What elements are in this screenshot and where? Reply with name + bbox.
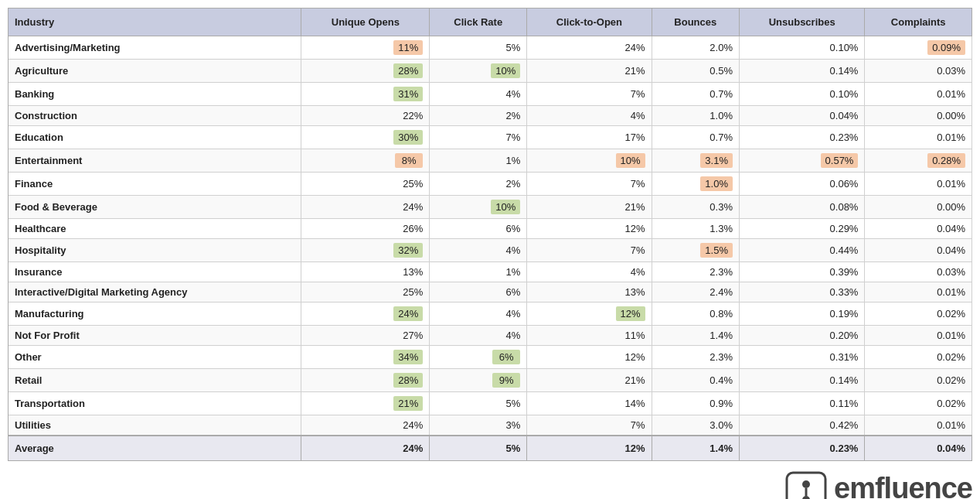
cell-value: 0.01% [865,415,972,436]
emfluence-logo-icon [783,469,829,499]
cell-value: 0.08% [739,196,864,219]
cell-value: 3.1% [652,149,739,173]
average-complaints: 0.04% [865,436,972,461]
footer-area: average email metrics by industry, 1/1/2… [8,469,972,499]
cell-value: 0.14% [739,60,864,83]
logo: emfluence MARKETING PLATFORM [783,469,972,499]
cell-industry: Construction [9,106,301,126]
table-row: Banking31%4%7%0.7%0.10%0.01% [9,83,972,106]
cell-value: 0.00% [865,106,972,126]
cell-value: 28% [301,369,430,392]
table-row: Utilities24%3%7%3.0%0.42%0.01% [9,415,972,436]
cell-value: 25% [301,282,430,302]
average-bounces: 1.4% [652,436,739,461]
average-unique-opens: 24% [301,436,430,461]
cell-industry: Insurance [9,262,301,282]
cell-industry: Finance [9,173,301,196]
cell-value: 1.0% [652,173,739,196]
cell-value: 4% [430,239,527,262]
cell-value: 10% [430,196,527,219]
table-header-row: Industry Unique Opens Click Rate Click-t… [9,9,972,36]
table-row: Transportation21%5%14%0.9%0.11%0.02% [9,392,972,415]
table-row: Entertainment8%1%10%3.1%0.57%0.28% [9,149,972,173]
cell-value: 0.01% [865,326,972,346]
cell-value: 12% [527,219,652,239]
table-row: Advertising/Marketing11%5%24%2.0%0.10%0.… [9,36,972,60]
cell-industry: Advertising/Marketing [9,36,301,60]
cell-value: 0.7% [652,126,739,149]
cell-value: 0.01% [865,173,972,196]
cell-value: 21% [527,369,652,392]
cell-value: 2.4% [652,282,739,302]
cell-value: 21% [527,60,652,83]
cell-value: 11% [301,36,430,60]
svg-point-1 [802,480,810,488]
cell-value: 0.39% [739,262,864,282]
cell-value: 34% [301,346,430,369]
logo-brand-text: emfluence [834,473,972,500]
cell-value: 7% [527,415,652,436]
cell-value: 0.23% [739,126,864,149]
logo-text: emfluence MARKETING PLATFORM [834,473,972,500]
cell-value: 1% [430,262,527,282]
cell-value: 4% [527,262,652,282]
cell-value: 27% [301,326,430,346]
cell-value: 30% [301,126,430,149]
cell-value: 6% [430,219,527,239]
cell-value: 6% [430,346,527,369]
page-container: Industry Unique Opens Click Rate Click-t… [8,8,972,499]
cell-industry: Transportation [9,392,301,415]
cell-value: 0.02% [865,302,972,326]
cell-value: 4% [430,326,527,346]
cell-value: 0.3% [652,196,739,219]
table-row: Finance25%2%7%1.0%0.06%0.01% [9,173,972,196]
cell-industry: Other [9,346,301,369]
cell-industry: Agriculture [9,60,301,83]
cell-value: 14% [527,392,652,415]
table-row: Retail28%9%21%0.4%0.14%0.02% [9,369,972,392]
cell-value: 11% [527,326,652,346]
cell-value: 0.06% [739,173,864,196]
cell-value: 0.03% [865,60,972,83]
cell-value: 0.03% [865,262,972,282]
cell-value: 0.04% [739,106,864,126]
cell-industry: Hospitality [9,239,301,262]
cell-value: 0.8% [652,302,739,326]
table-row: Construction22%2%4%1.0%0.04%0.00% [9,106,972,126]
cell-value: 12% [527,346,652,369]
table-row: Food & Beverage24%10%21%0.3%0.08%0.00% [9,196,972,219]
cell-industry: Healthcare [9,219,301,239]
cell-value: 8% [301,149,430,173]
cell-industry: Retail [9,369,301,392]
cell-value: 0.01% [865,83,972,106]
cell-industry: Not For Profit [9,326,301,346]
cell-value: 7% [527,239,652,262]
cell-value: 0.01% [865,126,972,149]
cell-value: 0.02% [865,346,972,369]
cell-value: 31% [301,83,430,106]
cell-value: 2.0% [652,36,739,60]
cell-value: 21% [301,392,430,415]
table-row: Not For Profit27%4%11%1.4%0.20%0.01% [9,326,972,346]
cell-value: 28% [301,60,430,83]
cell-value: 21% [527,196,652,219]
cell-value: 13% [527,282,652,302]
cell-industry: Food & Beverage [9,196,301,219]
col-unique-opens: Unique Opens [301,9,430,36]
cell-value: 0.11% [739,392,864,415]
cell-value: 7% [527,173,652,196]
cell-value: 5% [430,392,527,415]
cell-value: 9% [430,369,527,392]
average-unsubscribes: 0.23% [739,436,864,461]
table-row: Manufacturing24%4%12%0.8%0.19%0.02% [9,302,972,326]
table-row: Hospitality32%4%7%1.5%0.44%0.04% [9,239,972,262]
cell-value: 24% [527,36,652,60]
col-click-to-open: Click-to-Open [527,9,652,36]
cell-value: 5% [430,36,527,60]
cell-value: 0.44% [739,239,864,262]
cell-value: 6% [430,282,527,302]
cell-value: 2.3% [652,346,739,369]
cell-value: 17% [527,126,652,149]
average-label: Average [9,436,301,461]
cell-value: 7% [527,83,652,106]
